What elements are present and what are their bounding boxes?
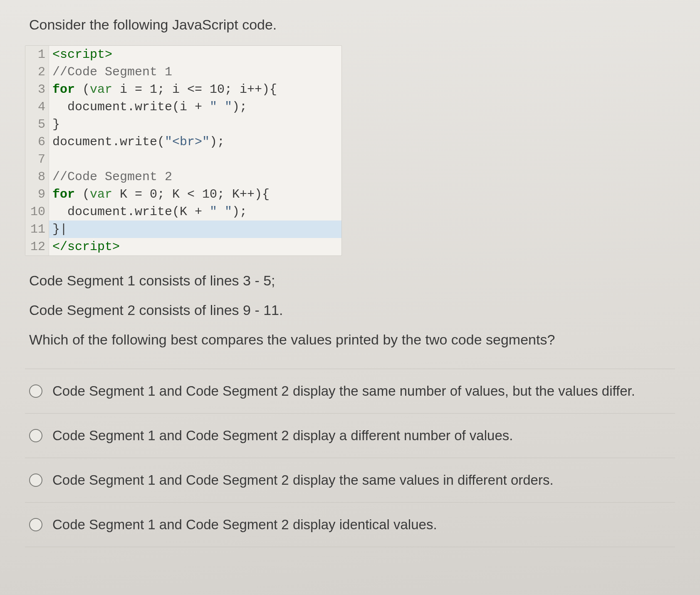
question-text: Which of the following best compares the… bbox=[29, 332, 671, 348]
radio-icon bbox=[29, 518, 42, 531]
radio-icon bbox=[29, 384, 42, 398]
line-number: 1 bbox=[25, 46, 49, 63]
option-a[interactable]: Code Segment 1 and Code Segment 2 displa… bbox=[25, 369, 675, 413]
code-content: for (var i = 1; i <= 10; i++){ bbox=[49, 81, 341, 98]
code-content: } bbox=[49, 116, 341, 133]
code-content: </script> bbox=[49, 238, 341, 255]
line-number: 7 bbox=[25, 151, 49, 168]
option-d[interactable]: Code Segment 1 and Code Segment 2 displa… bbox=[25, 502, 675, 547]
code-content: }| bbox=[49, 221, 341, 238]
code-content: //Code Segment 1 bbox=[49, 63, 341, 81]
line-number: 10 bbox=[25, 203, 49, 221]
option-label: Code Segment 1 and Code Segment 2 displa… bbox=[52, 472, 554, 488]
question-intro: Consider the following JavaScript code. bbox=[29, 17, 675, 33]
options-list: Code Segment 1 and Code Segment 2 displa… bbox=[25, 369, 675, 547]
code-content: //Code Segment 2 bbox=[49, 168, 341, 186]
code-content: document.write(K + " "); bbox=[49, 203, 341, 221]
code-content: <script> bbox=[49, 46, 341, 63]
code-content bbox=[49, 151, 341, 168]
code-content: document.write(i + " "); bbox=[49, 98, 341, 116]
code-line: 10 document.write(K + " "); bbox=[25, 203, 341, 221]
line-number: 12 bbox=[25, 238, 49, 255]
code-line: 9for (var K = 0; K < 10; K++){ bbox=[25, 186, 341, 203]
code-line: 3for (var i = 1; i <= 10; i++){ bbox=[25, 81, 341, 98]
question-page: Consider the following JavaScript code. … bbox=[0, 0, 700, 595]
line-number: 8 bbox=[25, 168, 49, 186]
option-label: Code Segment 1 and Code Segment 2 displa… bbox=[52, 383, 635, 399]
option-label: Code Segment 1 and Code Segment 2 displa… bbox=[52, 517, 437, 533]
radio-icon bbox=[29, 429, 42, 442]
code-line: 11}| bbox=[25, 221, 341, 238]
segment1-desc: Code Segment 1 consists of lines 3 - 5; bbox=[29, 273, 671, 289]
option-c[interactable]: Code Segment 1 and Code Segment 2 displa… bbox=[25, 458, 675, 502]
option-b[interactable]: Code Segment 1 and Code Segment 2 displa… bbox=[25, 413, 675, 458]
line-number: 4 bbox=[25, 98, 49, 116]
code-line: 8//Code Segment 2 bbox=[25, 168, 341, 186]
code-line: 2//Code Segment 1 bbox=[25, 63, 341, 81]
code-line: 7 bbox=[25, 151, 341, 168]
code-line: 5} bbox=[25, 116, 341, 133]
radio-icon bbox=[29, 474, 42, 487]
code-line: 1<script> bbox=[25, 46, 341, 63]
code-line: 12</script> bbox=[25, 238, 341, 255]
line-number: 6 bbox=[25, 133, 49, 151]
line-number: 3 bbox=[25, 81, 49, 98]
code-line: 4 document.write(i + " "); bbox=[25, 98, 341, 116]
code-content: for (var K = 0; K < 10; K++){ bbox=[49, 186, 341, 203]
code-line: 6document.write("<br>"); bbox=[25, 133, 341, 151]
line-number: 2 bbox=[25, 63, 49, 81]
option-label: Code Segment 1 and Code Segment 2 displa… bbox=[52, 428, 513, 444]
segment2-desc: Code Segment 2 consists of lines 9 - 11. bbox=[29, 302, 671, 318]
code-block: 1<script>2//Code Segment 13for (var i = … bbox=[25, 45, 342, 256]
code-content: document.write("<br>"); bbox=[49, 133, 341, 151]
line-number: 9 bbox=[25, 186, 49, 203]
line-number: 11 bbox=[25, 221, 49, 238]
line-number: 5 bbox=[25, 116, 49, 133]
